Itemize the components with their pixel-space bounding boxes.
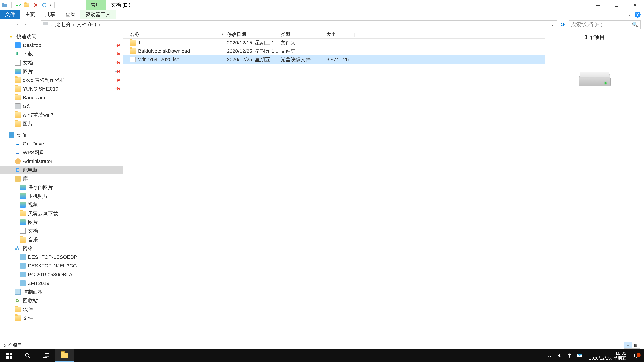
navigation-pane[interactable]: ★ 快速访问 Desktop📌⬇下载📌文档📌图片📌excel表格制作求和📌YUN…	[0, 30, 123, 341]
clock[interactable]: 16:32 2020/12/25, 星期五	[587, 351, 628, 361]
sidebar-item[interactable]: 文档📌	[0, 58, 123, 67]
ribbon-collapse-icon[interactable]: ⌄	[628, 12, 631, 17]
column-date[interactable]: 修改日期	[227, 31, 281, 37]
sidebar-item-label: 图片	[23, 68, 116, 75]
contextual-tab-manage[interactable]: 管理	[86, 0, 106, 10]
back-button[interactable]: ←	[3, 21, 11, 28]
sidebar-item-label: 保存的图片	[28, 184, 120, 191]
file-rows[interactable]: 1 2020/12/15, 星期二 1... 文件夹 BaiduNetdiskD…	[123, 38, 545, 341]
task-view-button[interactable]	[37, 350, 55, 362]
details-pane: 3 个项目	[545, 30, 644, 341]
file-row[interactable]: Win7x64_2020.iso 2020/12/25, 星期五 1... 光盘…	[123, 55, 545, 64]
sidebar-item[interactable]: DESKTOP-NJEU3CG	[0, 261, 123, 270]
undo-icon[interactable]	[41, 2, 48, 8]
address-bar[interactable]: › 此电脑 › 文档 (E:) › ⌄	[41, 20, 557, 29]
up-button[interactable]: ↑	[32, 21, 39, 28]
sidebar-item[interactable]: 软件	[0, 305, 123, 314]
sidebar-network[interactable]: 🖧 网络	[0, 244, 123, 253]
sidebar-desktop-group[interactable]: 桌面	[0, 131, 123, 139]
chevron-right-icon[interactable]: ›	[50, 22, 54, 27]
close-button[interactable]: ✕	[626, 0, 644, 10]
sidebar-item[interactable]: 控制面板	[0, 288, 123, 296]
sidebar-item[interactable]: 图片📌	[0, 67, 123, 76]
sidebar-item[interactable]: 🖥此电脑	[0, 166, 123, 174]
refresh-button[interactable]: ⟳	[559, 21, 566, 28]
maximize-button[interactable]: ☐	[607, 0, 626, 10]
taskbar-explorer[interactable]	[55, 350, 74, 362]
sidebar-item[interactable]: 文档	[0, 227, 123, 235]
sidebar-item-label: 网络	[23, 245, 120, 252]
action-center-button[interactable]: 3	[632, 353, 642, 359]
tray-app-icon[interactable]	[577, 353, 583, 359]
address-dropdown-icon[interactable]: ⌄	[550, 23, 555, 27]
item-icon: 🖥	[15, 167, 21, 173]
sidebar-item[interactable]: 库	[0, 174, 123, 183]
search-input[interactable]: 搜索"文档 (E:)" 🔍	[568, 20, 641, 29]
column-name[interactable]: 名称 ▲	[130, 31, 227, 37]
sidebar-item[interactable]: 文件	[0, 314, 123, 323]
sidebar-item[interactable]: Desktop📌	[0, 41, 123, 50]
sidebar-item[interactable]: ♻回收站	[0, 296, 123, 305]
sidebar-item-label: 天翼云盘下载	[28, 210, 120, 217]
sidebar-item[interactable]: 保存的图片	[0, 183, 123, 192]
crumb-this-pc[interactable]: 此电脑	[55, 21, 70, 28]
qat-dropdown-icon[interactable]: ▾	[50, 3, 51, 7]
new-folder-icon[interactable]	[24, 2, 30, 8]
sidebar-item[interactable]: 图片	[0, 119, 123, 128]
sidebar-item[interactable]: 音乐	[0, 235, 123, 244]
forward-button[interactable]: →	[13, 21, 20, 28]
column-overflow-icon[interactable]: |	[353, 32, 356, 37]
recent-locations-icon[interactable]: ▾	[22, 21, 30, 28]
sidebar-item[interactable]: 本机照片	[0, 192, 123, 200]
item-icon	[15, 42, 21, 48]
tab-share[interactable]: 共享	[40, 10, 60, 19]
column-type[interactable]: 类型	[281, 31, 326, 37]
search-button[interactable]	[18, 350, 37, 362]
sidebar-item[interactable]: G:\	[0, 102, 123, 111]
sidebar-item[interactable]: Bandicam	[0, 93, 123, 102]
properties-icon[interactable]: ✓	[15, 2, 22, 8]
notification-badge: 3	[636, 353, 641, 357]
crumb-drive-e[interactable]: 文档 (E:)	[77, 21, 96, 28]
search-icon[interactable]: 🔍	[632, 22, 638, 27]
sidebar-item[interactable]: ☁OneDrive	[0, 139, 123, 148]
sidebar-item[interactable]: ⬇下载📌	[0, 50, 123, 58]
tab-home[interactable]: 主页	[20, 10, 40, 19]
column-size[interactable]: 大小	[326, 31, 353, 37]
tab-file[interactable]: 文件	[0, 10, 20, 19]
volume-icon[interactable]	[556, 353, 563, 359]
sidebar-item[interactable]: 天翼云盘下载	[0, 209, 123, 218]
tray-overflow-icon[interactable]: ︿	[546, 353, 552, 359]
sidebar-item[interactable]: DESKTOP-LSSOEDP	[0, 253, 123, 261]
sidebar-item[interactable]: excel表格制作求和📌	[0, 76, 123, 84]
sidebar-item[interactable]: 图片	[0, 218, 123, 227]
minimize-button[interactable]: —	[589, 0, 607, 10]
chevron-right-icon[interactable]: ›	[98, 22, 101, 27]
item-icon: ☁	[15, 150, 21, 155]
view-icons-button[interactable]: ▦	[632, 343, 640, 349]
tab-view[interactable]: 查看	[60, 10, 80, 19]
sidebar-item-label: Bandicam	[23, 95, 120, 100]
file-row[interactable]: BaiduNetdiskDownload 2020/12/25, 星期五 1..…	[123, 47, 545, 55]
sidebar-item[interactable]: 视频	[0, 200, 123, 209]
clock-date: 2020/12/25, 星期五	[589, 356, 626, 361]
view-details-button[interactable]: ≡	[624, 343, 632, 349]
tab-drive-tools[interactable]: 驱动器工具	[80, 10, 116, 19]
sidebar-item[interactable]: ☁WPS网盘	[0, 148, 123, 157]
sidebar-item[interactable]: ZMT2019	[0, 279, 123, 288]
sidebar-item-label: OneDrive	[23, 141, 120, 147]
sidebar-item[interactable]: win7重装win7	[0, 111, 123, 119]
ime-indicator[interactable]: 中	[567, 353, 573, 359]
sidebar-quick-access[interactable]: ★ 快速访问	[0, 32, 123, 41]
file-row[interactable]: 1 2020/12/15, 星期二 1... 文件夹	[123, 38, 545, 47]
app-icon[interactable]	[2, 2, 8, 8]
column-label: 名称	[130, 31, 139, 37]
sidebar-item[interactable]: Administrator	[0, 157, 123, 166]
start-button[interactable]	[0, 350, 18, 362]
sidebar-item[interactable]: PC-20190530OBLA	[0, 270, 123, 279]
sidebar-item-label: 桌面	[16, 132, 120, 139]
delete-icon[interactable]: ✕	[32, 2, 39, 8]
chevron-right-icon[interactable]: ›	[72, 22, 75, 27]
sidebar-item[interactable]: YUNQISHI2019📌	[0, 84, 123, 93]
help-icon[interactable]: ?	[634, 11, 641, 17]
